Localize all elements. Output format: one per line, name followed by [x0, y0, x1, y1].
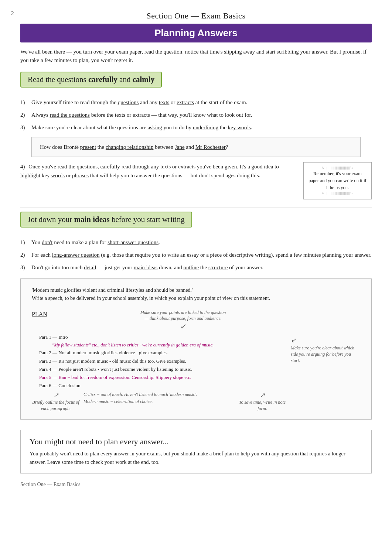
plan-label-area: PLAN — [32, 310, 91, 322]
para-1: Para 1 — Intro — [32, 333, 286, 341]
section-header: Section One — Exam Basics — [20, 11, 372, 21]
arrow-down: ↙ — [180, 322, 186, 330]
item4-text: 4) Once you've read the questions, caref… — [20, 162, 297, 180]
right-annotation: ↙ Make sure you're clear about which sid… — [286, 310, 360, 412]
list-item: 1) Give yourself time to read through th… — [20, 98, 372, 107]
center-annotation: Critics = out of touch. Haven't listened… — [80, 391, 238, 412]
section1-list: 1) Give yourself time to read through th… — [20, 98, 372, 132]
list-item: 1) You don't need to make a plan for sho… — [20, 238, 372, 247]
plan-box: 'Modern music glorifies violent and crim… — [20, 278, 372, 420]
page-number: 2 — [11, 10, 14, 17]
top-annotation: Make sure your points are linked to the … — [91, 310, 286, 331]
bottom-box: You might not need to plan every answer.… — [20, 430, 372, 473]
section1-heading: Read the questions carefully and calmly — [20, 72, 162, 88]
section2-list: 1) You don't need to make a plan for sho… — [20, 238, 372, 272]
bottom-box-title: You might not need to plan every answer.… — [30, 437, 362, 447]
list-item: 3) Make sure you're clear about what the… — [20, 123, 372, 132]
para-4: Para 4 — People aren't robots - won't ju… — [32, 365, 286, 373]
list-item: 3) Don't go into too much detail — just … — [20, 263, 372, 272]
plan-annotation-area: PLAN Make sure your points are linked to… — [32, 310, 360, 412]
para-2: Para 2 — Not all modern music glorifies … — [32, 349, 286, 357]
note-text: Remember, it's your exam paper and you c… — [309, 171, 367, 190]
para-1-note: "My fellow students" etc., don't listen … — [32, 341, 286, 349]
para-5: Para 5 — Ban = bad for freedom of expres… — [32, 373, 286, 382]
plan-main: PLAN Make sure your points are linked to… — [32, 310, 286, 412]
to-save-annotation: ↗ To save time, write in note form. — [238, 391, 286, 412]
list-item: 2) Always read the questions before the … — [20, 110, 372, 119]
page-title: Planning Answers — [20, 24, 372, 42]
item4-row: 4) Once you've read the questions, caref… — [20, 162, 372, 199]
para-3: Para 3 — It's not just modern music - ol… — [32, 357, 286, 365]
footer-text: Section One — Exam Basics — [20, 482, 372, 488]
bottom-box-text: You probably won't need to plan every an… — [30, 449, 362, 466]
section-divider — [20, 208, 372, 208]
section2-heading: Jot down your main ideas before you star… — [20, 212, 192, 228]
left-annotation: ↗ Briefly outline the focus of each para… — [32, 391, 80, 412]
plan-label: PLAN — [32, 310, 47, 319]
example-box: How does Brontë present the changing rel… — [31, 137, 361, 157]
note-box: Remember, it's your exam paper and you c… — [303, 162, 372, 199]
list-item: 2) For each long-answer question (e.g. t… — [20, 250, 372, 259]
intro-text: We've all been there — you turn over you… — [20, 48, 372, 65]
plan-question: 'Modern music glorifies violent and crim… — [32, 286, 360, 303]
bottom-annot-row: ↗ Briefly outline the focus of each para… — [32, 391, 286, 412]
para-6: Para 6 — Conclusion — [32, 382, 286, 390]
